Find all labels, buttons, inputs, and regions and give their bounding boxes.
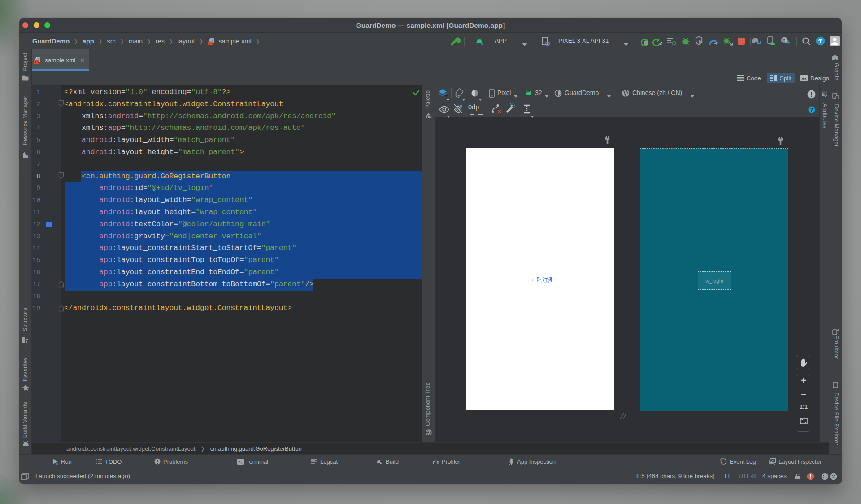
- svg-text:?: ?: [810, 107, 813, 112]
- svg-text:A: A: [660, 41, 662, 46]
